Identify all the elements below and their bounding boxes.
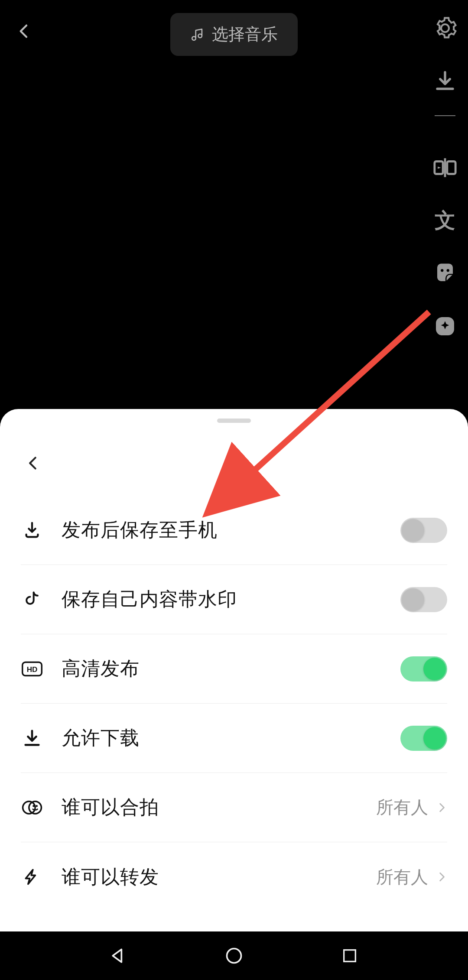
row-label: 发布后保存至手机 bbox=[43, 517, 400, 543]
row-label: 保存自己内容带水印 bbox=[43, 587, 400, 612]
row-who-can-forward[interactable]: 谁可以转发 所有人 bbox=[21, 842, 447, 912]
video-preview-area: 选择音乐 文 bbox=[0, 0, 468, 290]
settings-list: 发布后保存至手机 保存自己内容带水印 HD 高清发布 bbox=[0, 496, 468, 912]
row-who-can-duet[interactable]: 谁可以合拍 所有人 bbox=[21, 773, 447, 842]
chevron-left-icon bbox=[25, 455, 42, 471]
chevron-right-icon bbox=[436, 871, 447, 883]
sticker-button[interactable] bbox=[432, 260, 458, 287]
duet-icon bbox=[21, 796, 43, 819]
back-button[interactable] bbox=[11, 18, 37, 44]
sheet-grabber[interactable] bbox=[217, 419, 251, 423]
row-label: 谁可以转发 bbox=[43, 864, 376, 890]
toggle-hd[interactable] bbox=[400, 656, 447, 681]
svg-point-3 bbox=[447, 269, 449, 272]
row-save-with-watermark[interactable]: 保存自己内容带水印 bbox=[21, 565, 447, 634]
split-icon bbox=[432, 155, 458, 180]
settings-button[interactable] bbox=[432, 15, 458, 42]
toggle-save-to-phone[interactable] bbox=[400, 518, 447, 543]
toggle-allow-download[interactable] bbox=[400, 726, 447, 751]
nav-back-icon bbox=[109, 946, 128, 965]
download-icon bbox=[21, 727, 43, 750]
download-icon bbox=[433, 69, 457, 93]
effect-icon bbox=[433, 314, 457, 338]
svg-point-2 bbox=[441, 269, 443, 272]
nav-recents-icon bbox=[341, 947, 358, 964]
chevron-left-icon bbox=[16, 23, 33, 40]
svg-point-9 bbox=[32, 805, 35, 807]
row-save-to-phone[interactable]: 发布后保存至手机 bbox=[21, 496, 447, 565]
row-label: 高清发布 bbox=[43, 656, 400, 681]
chevron-right-icon bbox=[436, 802, 447, 813]
toggle-watermark[interactable] bbox=[400, 587, 447, 612]
sticker-icon bbox=[433, 262, 457, 285]
text-button[interactable]: 文 bbox=[432, 207, 458, 234]
text-icon: 文 bbox=[435, 207, 455, 234]
split-compare-button[interactable] bbox=[432, 154, 458, 181]
choose-music-label: 选择音乐 bbox=[212, 23, 278, 45]
gear-icon bbox=[433, 16, 457, 40]
svg-rect-1 bbox=[447, 162, 455, 174]
row-label: 谁可以合拍 bbox=[43, 795, 376, 820]
row-label: 允许下载 bbox=[43, 725, 400, 751]
douyin-icon bbox=[21, 588, 43, 611]
android-nav-bar bbox=[0, 931, 468, 980]
row-hd-publish[interactable]: HD 高清发布 bbox=[21, 634, 447, 704]
save-to-phone-icon bbox=[21, 519, 43, 542]
nav-recents-button[interactable] bbox=[337, 943, 363, 969]
toolbar-divider bbox=[435, 115, 455, 116]
svg-rect-13 bbox=[344, 950, 355, 962]
save-local-button[interactable] bbox=[432, 68, 458, 94]
nav-home-icon bbox=[224, 946, 244, 965]
side-toolbar: 文 bbox=[432, 15, 458, 340]
hd-icon: HD bbox=[21, 658, 43, 680]
svg-point-12 bbox=[227, 949, 241, 963]
svg-text:HD: HD bbox=[27, 665, 38, 673]
music-note-icon bbox=[190, 27, 205, 42]
row-allow-download[interactable]: 允许下载 bbox=[21, 704, 447, 773]
row-value: 所有人 bbox=[376, 865, 428, 889]
row-value: 所有人 bbox=[376, 795, 428, 819]
nav-home-button[interactable] bbox=[221, 943, 247, 969]
publish-settings-sheet: 发布后保存至手机 保存自己内容带水印 HD 高清发布 bbox=[0, 409, 468, 980]
nav-back-button[interactable] bbox=[105, 943, 131, 969]
svg-point-10 bbox=[36, 805, 38, 807]
choose-music-button[interactable]: 选择音乐 bbox=[170, 13, 298, 56]
effect-button[interactable] bbox=[432, 313, 458, 340]
forward-icon bbox=[21, 866, 43, 888]
sheet-back-button[interactable] bbox=[23, 452, 44, 474]
